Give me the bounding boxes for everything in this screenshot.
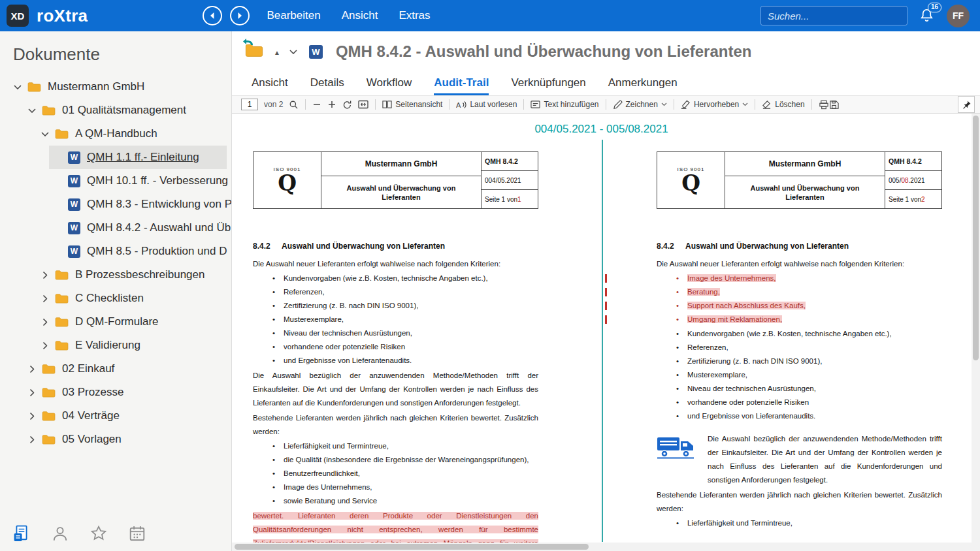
doc-bullet: vorhandene oder potenzielle Risiken	[272, 340, 538, 354]
tree-item-qmh-10-1-verbesserung[interactable]: QMH 10.1 ff. - Verbesserung	[0, 169, 231, 193]
brand-text: roXtra	[37, 6, 88, 26]
back-to-folder-button[interactable]	[245, 43, 265, 60]
menu-item-ansicht[interactable]: Ansicht	[342, 9, 378, 22]
page-number-input[interactable]	[241, 99, 258, 110]
tree-item-qmh-8-3-entwicklung[interactable]: QMH 8.3 - Entwicklung von P	[0, 193, 231, 216]
folder-icon	[42, 387, 56, 398]
tree-item-e-validierung[interactable]: E Validierung	[0, 334, 231, 357]
tree-item-label: C Checklisten	[75, 292, 144, 305]
search-document-button[interactable]	[289, 100, 299, 110]
zoom-out-button[interactable]	[312, 100, 321, 109]
folder-icon	[27, 82, 41, 93]
menu-item-bearbeiten[interactable]: Bearbeiten	[267, 9, 320, 22]
audit-trail-viewer[interactable]: 004/05.2021 - 005/08.2021 ISO 9001 Q Mus…	[232, 114, 980, 551]
read-aloud-button[interactable]: A Laut vorlesen	[456, 100, 517, 110]
tree-item-c-checklisten[interactable]: C Checklisten	[0, 287, 231, 310]
users-module-icon[interactable]	[52, 525, 69, 542]
tree-item-mustermann-gmbh[interactable]: Mustermann GmbH	[0, 75, 231, 99]
menu-item-extras[interactable]: Extras	[399, 9, 430, 22]
tree-item-label: Mustermann GmbH	[48, 80, 144, 93]
chevron-right-icon[interactable]	[27, 390, 37, 395]
document-page-version-005: ISO 9001 Q Mustermann GmbH Auswahl und Ü…	[606, 151, 962, 530]
draw-button[interactable]: Zeichnen	[613, 100, 667, 110]
vertical-scrollbar[interactable]	[972, 114, 980, 543]
folder-icon	[42, 434, 56, 445]
tree-item-01-qualitaetsmanagement[interactable]: 01 Qualitätsmanagement	[0, 99, 231, 122]
arrow-right-icon	[236, 12, 244, 20]
user-avatar[interactable]: FF	[947, 5, 970, 27]
section-heading: 8.4.2Auswahl und Überwachung von Liefera…	[657, 242, 942, 251]
calendar-module-icon[interactable]	[129, 525, 146, 542]
tab-details[interactable]: Details	[310, 76, 344, 95]
save-button[interactable]	[829, 100, 839, 110]
chevron-right-icon[interactable]	[41, 320, 50, 324]
horizontal-scrollbar-thumb[interactable]	[235, 544, 589, 550]
doc-bullet: Kundenvorgaben (wie z.B. Kosten, technis…	[272, 272, 538, 285]
tab-anmerkungen[interactable]: Anmerkungen	[608, 76, 678, 95]
tree-item-05-vorlagen[interactable]: 05 Vorlagen	[0, 428, 231, 451]
chevron-right-icon[interactable]	[27, 414, 37, 418]
chevron-down-icon[interactable]	[13, 85, 22, 89]
chevron-right-icon[interactable]	[41, 273, 50, 277]
tree-item-label: B Prozessbeschreibungen	[75, 268, 204, 281]
tree-item-03-prozesse[interactable]: 03 Prozesse	[0, 381, 231, 404]
compare-divider	[602, 140, 603, 542]
previous-document-button[interactable]	[274, 46, 280, 57]
back-button[interactable]	[203, 6, 222, 25]
documents-module-icon[interactable]	[13, 525, 30, 542]
doc-title-cell: Auswahl und Überwachung von Lieferanten	[321, 176, 481, 208]
tree-item-label: QMH 8.4.2 - Auswahl und Üb	[87, 221, 231, 234]
chevron-right-icon[interactable]	[41, 343, 50, 348]
tree-item-qmh-1-1-einleitung[interactable]: QMH 1.1 ff.- Einleitung	[49, 146, 227, 169]
zoom-in-button[interactable]	[327, 100, 336, 109]
tab-audit-trail[interactable]: Audit-Trail	[434, 76, 489, 95]
chevron-right-icon[interactable]	[27, 367, 37, 371]
erase-button[interactable]: Löschen	[762, 100, 804, 110]
horizontal-scrollbar[interactable]	[232, 543, 972, 551]
search-input[interactable]	[760, 6, 907, 25]
chevron-right-icon[interactable]	[27, 437, 37, 442]
tree-item-02-einkauf[interactable]: 02 Einkauf	[0, 357, 231, 381]
doc-bullet: Musterexemplare,	[272, 313, 538, 326]
tab-ansicht[interactable]: Ansicht	[252, 76, 288, 95]
doc-id-cell: QMH 8.4.2	[885, 152, 941, 170]
page-view-button[interactable]: Seitenansicht	[382, 100, 442, 109]
chevron-down-icon[interactable]	[27, 108, 37, 113]
print-button[interactable]	[819, 100, 829, 110]
forward-button[interactable]	[230, 6, 250, 25]
save-icon	[829, 100, 839, 110]
version-compare-label: 004/05.2021 - 005/08.2021	[232, 123, 971, 136]
chevron-down-icon[interactable]	[41, 132, 50, 136]
next-document-button[interactable]	[289, 50, 297, 54]
folder-icon	[55, 293, 69, 304]
notifications-button[interactable]: 16	[919, 8, 935, 24]
tree-item-a-qm-handbuch[interactable]: A QM-Handbuch	[0, 122, 231, 146]
highlight-button[interactable]: Hervorheben	[681, 99, 748, 110]
tree-item-04-vertraege[interactable]: 04 Verträge	[0, 404, 231, 428]
tab-verknuepfungen[interactable]: Verknüpfungen	[511, 76, 585, 95]
scrollbar-corner	[972, 543, 980, 551]
vertical-scrollbar-thumb[interactable]	[973, 116, 979, 360]
rotate-button[interactable]	[342, 100, 352, 110]
sidebar-title: Dokumente	[0, 31, 231, 75]
pin-toolbar-button[interactable]	[958, 96, 975, 113]
tree-item-qmh-8-4-2-auswahl[interactable]: QMH 8.4.2 - Auswahl und Üb	[0, 216, 231, 240]
criteria-list: Kundenvorgaben (wie z.B. Kosten, technis…	[676, 327, 942, 423]
folder-tree: Mustermann GmbH 01 Qualitätsmanagement A…	[0, 75, 231, 451]
chevron-right-icon[interactable]	[41, 296, 50, 301]
word-file-icon	[68, 198, 80, 211]
pen-icon	[613, 100, 623, 110]
tab-workflow[interactable]: Workflow	[367, 76, 412, 95]
tree-item-qmh-8-5-produktion[interactable]: QMH 8.5 - Produktion und D	[0, 240, 231, 263]
tree-item-d-qm-formulare[interactable]: D QM-Formulare	[0, 310, 231, 334]
page-title: QMH 8.4.2 - Auswahl und Überwachung von …	[336, 42, 752, 61]
doc-bullet: Image des Unternehmens,	[272, 480, 538, 494]
favorites-module-icon[interactable]	[90, 525, 107, 542]
app-logo: XD	[7, 5, 29, 27]
tree-item-b-prozessbeschreibungen[interactable]: B Prozessbeschreibungen	[0, 263, 231, 287]
evaluation-list: Lieferfähigkeit und Termintreue,	[676, 516, 942, 530]
tree-item-label: 01 Qualitätsmanagement	[62, 104, 186, 117]
add-text-button[interactable]: Text hinzufügen	[531, 100, 598, 109]
fit-page-button[interactable]	[358, 100, 368, 109]
document-panel: QMH 8.4.2 - Auswahl und Überwachung von …	[232, 31, 980, 551]
